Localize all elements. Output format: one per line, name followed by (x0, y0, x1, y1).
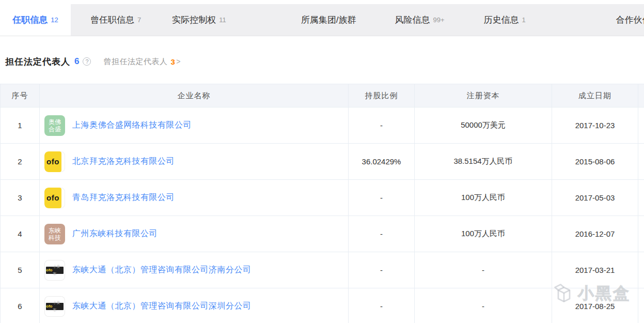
section-header: 担任法定代表人 6 ? 曾担任法定代表人 3 > (5, 54, 181, 69)
extra-cell (638, 144, 644, 180)
column-header-extra (638, 84, 644, 107)
company-link[interactable]: 北京拜克洛克科技有限公司 (72, 156, 175, 167)
row-number: 6 (1, 288, 40, 323)
legal-representative-table: 序号 企业名称 持股比例 注册资本 成立日期 1 奥佛 合盛 上海奥佛合盛网络科… (0, 84, 644, 323)
extra-cell (638, 216, 644, 252)
established-date-value: 2017-10-23 (552, 107, 638, 144)
registered-capital-value: - (415, 288, 552, 323)
shareholding-ratio-value: - (349, 216, 415, 252)
row-number: 3 (1, 180, 40, 216)
shareholding-ratio-value: - (349, 107, 415, 144)
tab-bar: 任职信息 12 曾任职信息 7 实际控制权 11 所属集团/族群 风险信息 99… (0, 4, 644, 36)
registered-capital-value: 100万人民币 (415, 216, 552, 252)
section-count: 6 (74, 56, 79, 67)
question-circle-icon[interactable]: ? (83, 57, 91, 66)
tab-label: 所属集团/族群 (301, 14, 356, 26)
tab-label: 合作伙伴 (616, 14, 644, 26)
table-row: 4 东峡 科技 广州东峡科技有限公司 - 100万人民币 2016-12-07 (1, 216, 644, 252)
row-number: 2 (1, 144, 40, 180)
tab-label: 曾任职信息 (90, 14, 134, 26)
former-link-count: 3 (170, 57, 175, 66)
company-link[interactable]: 青岛拜克洛克科技有限公司 (72, 192, 175, 203)
tab-actual-control[interactable]: 实际控制权 11 (172, 4, 226, 36)
extra-cell (638, 107, 644, 144)
table-row: 2 ofo 北京拜克洛克科技有限公司 36.02429% 38.5154万人民币… (1, 144, 644, 180)
registered-capital-value: 100万人民币 (415, 180, 552, 216)
ofo-logo: ofo (44, 188, 65, 208)
table-row: 5 ofo 小黄车 东峡大通（北京）管理咨询有限公司济南分公司 - - 2017… (1, 252, 644, 288)
company-logo: 奥佛 合盛 (44, 115, 65, 136)
extra-cell (638, 288, 644, 323)
company-link[interactable]: 东峡大通（北京）管理咨询有限公司济南分公司 (72, 265, 252, 275)
row-number: 4 (1, 216, 40, 252)
tab-label: 风险信息 (395, 14, 430, 26)
established-date-value: 2017-05-03 (552, 180, 638, 216)
company-cell: ofo 青岛拜克洛克科技有限公司 (40, 180, 349, 216)
company-cell: ofo 小黄车 东峡大通（北京）管理咨询有限公司深圳分公司 (40, 288, 349, 323)
registered-capital-value: 50000万美元 (415, 107, 552, 144)
ofo-banner-logo: ofo 小黄车 (44, 296, 65, 317)
tab-count-badge: 11 (219, 16, 226, 24)
section-title: 担任法定代表人 (5, 56, 70, 68)
tab-label: 历史信息 (484, 14, 519, 26)
shareholding-ratio-value: - (349, 252, 415, 288)
registered-capital-value: 38.5154万人民币 (415, 144, 552, 180)
tab-current-positions[interactable]: 任职信息 12 (0, 4, 71, 36)
company-link[interactable]: 东峡大通（北京）管理咨询有限公司深圳分公司 (72, 301, 252, 312)
tab-count-badge: 1 (522, 16, 526, 24)
column-header-date: 成立日期 (552, 84, 638, 107)
company-cell: 东峡 科技 广州东峡科技有限公司 (40, 216, 349, 252)
tab-partners[interactable]: 合作伙伴 (616, 4, 644, 36)
established-date-value: 2017-08-25 (552, 288, 638, 323)
extra-cell (638, 252, 644, 288)
shareholding-ratio-value: - (349, 288, 415, 323)
table-row: 3 ofo 青岛拜克洛克科技有限公司 - 100万人民币 2017-05-03 (1, 180, 644, 216)
tab-label: 实际控制权 (172, 14, 216, 26)
former-link-label: 曾担任法定代表人 (103, 57, 167, 67)
chevron-right-icon: > (176, 57, 181, 66)
tab-label: 任职信息 (12, 14, 48, 26)
tab-group-family[interactable]: 所属集团/族群 (301, 4, 356, 36)
table-row: 1 奥佛 合盛 上海奥佛合盛网络科技有限公司 - 50000万美元 2017-1… (1, 107, 644, 144)
tab-history-info[interactable]: 历史信息 1 (484, 4, 526, 36)
table-row: 6 ofo 小黄车 东峡大通（北京）管理咨询有限公司深圳分公司 - - 2017… (1, 288, 644, 323)
established-date-value: 2016-12-07 (552, 216, 638, 252)
shareholding-ratio-value: - (349, 180, 415, 216)
established-date-value: 2017-03-21 (552, 252, 638, 288)
company-link[interactable]: 上海奥佛合盛网络科技有限公司 (72, 120, 192, 131)
former-legal-representative-link[interactable]: 曾担任法定代表人 3 > (103, 57, 181, 67)
row-number: 5 (1, 252, 40, 288)
tab-count-badge: 7 (137, 16, 141, 24)
company-cell: ofo 小黄车 东峡大通（北京）管理咨询有限公司济南分公司 (40, 252, 349, 288)
company-cell: ofo 北京拜克洛克科技有限公司 (40, 144, 349, 180)
ofo-logo: ofo (44, 151, 65, 172)
table-header-row: 序号 企业名称 持股比例 注册资本 成立日期 (1, 84, 644, 107)
company-cell: 奥佛 合盛 上海奥佛合盛网络科技有限公司 (40, 107, 349, 144)
column-header-company: 企业名称 (40, 84, 349, 107)
registered-capital-value: - (415, 252, 552, 288)
established-date-value: 2015-08-06 (552, 144, 638, 180)
tab-count-badge: 99+ (433, 16, 444, 24)
company-link[interactable]: 广州东峡科技有限公司 (72, 228, 158, 239)
ofo-banner-logo: ofo 小黄车 (44, 260, 65, 281)
column-header-no: 序号 (1, 84, 40, 107)
shareholding-ratio-value: 36.02429% (349, 144, 415, 180)
tab-count-badge: 12 (51, 16, 58, 24)
extra-cell (638, 180, 644, 216)
company-logo: 东峡 科技 (44, 224, 65, 244)
tab-risk-info[interactable]: 风险信息 99+ (395, 4, 444, 36)
column-header-ratio: 持股比例 (349, 84, 415, 107)
profile-positions-page: 任职信息 12 曾任职信息 7 实际控制权 11 所属集团/族群 风险信息 99… (0, 0, 644, 323)
tab-former-positions[interactable]: 曾任职信息 7 (90, 4, 141, 36)
row-number: 1 (1, 107, 40, 144)
column-header-capital: 注册资本 (415, 84, 552, 107)
